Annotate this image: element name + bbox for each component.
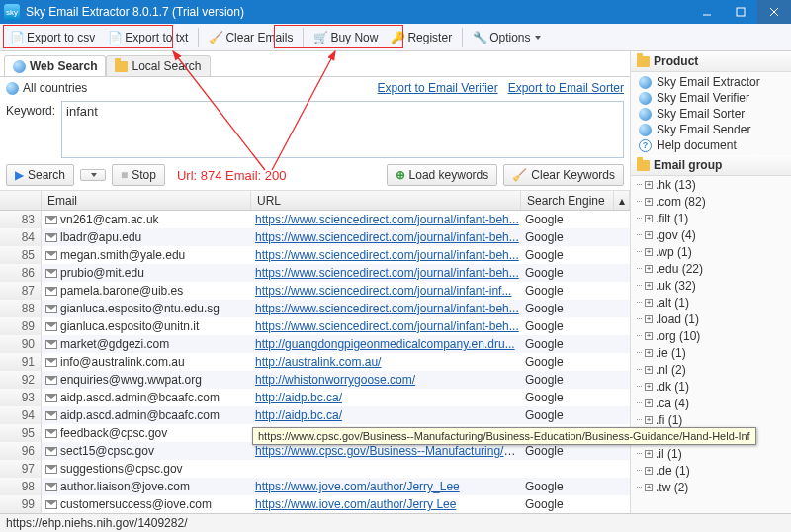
tab-local-search[interactable]: Local Search xyxy=(106,55,210,76)
table-row[interactable]: 86prubio@mit.eduhttps://www.sciencedirec… xyxy=(0,264,630,282)
buy-now-button[interactable]: 🛒Buy Now xyxy=(308,28,384,47)
expand-icon[interactable]: + xyxy=(645,215,653,222)
cell-engine: Google xyxy=(521,355,614,369)
cell-url: https://www.sciencedirect.com/journal/in… xyxy=(251,230,521,244)
tree-item[interactable]: +.hk (13) xyxy=(631,176,791,193)
envelope-icon xyxy=(45,376,57,385)
table-row[interactable]: 91info@australink.com.auhttp://australin… xyxy=(0,353,630,371)
col-email[interactable]: Email xyxy=(42,191,251,210)
expand-icon[interactable]: + xyxy=(645,231,653,239)
table-row[interactable]: 83vn261@cam.ac.ukhttps://www.sciencedire… xyxy=(0,211,630,228)
expand-icon[interactable]: + xyxy=(645,450,653,458)
expand-icon[interactable]: + xyxy=(645,198,653,206)
table-row[interactable]: 89gianluca.esposito@unitn.ithttps://www.… xyxy=(0,317,630,335)
globe-icon xyxy=(13,60,26,73)
table-row[interactable]: 90market@gdgezi.comhttp://guangdongpigeo… xyxy=(0,335,630,353)
expand-icon[interactable]: + xyxy=(645,366,653,374)
expand-icon[interactable]: + xyxy=(645,416,653,424)
expand-icon[interactable]: + xyxy=(645,282,653,290)
product-item[interactable]: ?Help document xyxy=(631,137,791,153)
tree-item[interactable]: +.filt (1) xyxy=(631,210,791,226)
minimize-button[interactable] xyxy=(690,0,724,24)
cell-email: sect15@cpsc.gov xyxy=(42,444,251,458)
load-keywords-button[interactable]: ⊕Load keywords xyxy=(387,164,498,186)
export-csv-button[interactable]: 📄Export to csv xyxy=(4,28,101,47)
col-engine[interactable]: Search Engine xyxy=(521,191,614,210)
cell-email: market@gdgezi.com xyxy=(42,337,251,351)
clear-keywords-button[interactable]: 🧹Clear Keywords xyxy=(503,164,624,186)
maximize-button[interactable] xyxy=(724,0,757,24)
table-row[interactable]: 94aidp.ascd.admin@bcaafc.comhttp://aidp.… xyxy=(0,406,630,424)
table-row[interactable]: 98author.liaison@jove.comhttps://www.jov… xyxy=(0,478,630,495)
export-txt-button[interactable]: 📄Export to txt xyxy=(102,28,194,47)
export-verifier-link[interactable]: Export to Email Verifier xyxy=(378,81,498,95)
expand-icon[interactable]: + xyxy=(645,467,653,475)
envelope-icon xyxy=(45,216,57,224)
register-button[interactable]: 🔑Register xyxy=(385,28,458,47)
separator xyxy=(303,28,304,47)
tree-item[interactable]: +.il (1) xyxy=(631,445,791,462)
globe-icon xyxy=(639,124,652,136)
options-button[interactable]: 🔧Options xyxy=(467,28,547,47)
expand-icon[interactable]: + xyxy=(645,349,653,357)
tree-item[interactable]: +.org (10) xyxy=(631,327,791,344)
search-tabs: Web Search Local Search xyxy=(0,51,630,77)
table-row[interactable]: 87pamela.barone@uib.eshttps://www.scienc… xyxy=(0,282,630,300)
tree-item[interactable]: +.dk (1) xyxy=(631,378,791,395)
tree-item[interactable]: +.de (1) xyxy=(631,462,791,479)
table-row[interactable]: 99customersuccess@iove.comhttps://www.io… xyxy=(0,495,630,513)
tree-item[interactable]: +.wp (1) xyxy=(631,243,791,260)
product-item[interactable]: Sky Email Verifier xyxy=(631,90,791,106)
country-filter[interactable]: All countries xyxy=(23,81,87,95)
expand-icon[interactable]: + xyxy=(645,332,653,340)
envelope-icon xyxy=(45,233,57,242)
expand-icon[interactable]: + xyxy=(645,299,653,307)
col-rownum[interactable] xyxy=(0,191,42,210)
table-row[interactable]: 84lbadr@apu.eduhttps://www.sciencedirect… xyxy=(0,228,630,246)
tree-item[interactable]: +.ie (1) xyxy=(631,344,791,361)
table-row[interactable]: 93aidp.ascd.admin@bcaafc.comhttp://aidp.… xyxy=(0,389,630,406)
search-button[interactable]: ▶Search xyxy=(6,164,74,186)
col-url[interactable]: URL xyxy=(251,191,521,210)
row-number: 90 xyxy=(0,335,42,353)
tree-item[interactable]: +.fi (1) xyxy=(631,411,791,428)
tree-item[interactable]: +.edu (22) xyxy=(631,260,791,277)
keyword-textarea[interactable] xyxy=(61,101,624,158)
tree-item[interactable]: +.com (82) xyxy=(631,193,791,210)
table-row[interactable]: 85megan.smith@yale.eduhttps://www.scienc… xyxy=(0,246,630,264)
tree-item[interactable]: +.load (1) xyxy=(631,310,791,327)
tab-web-search[interactable]: Web Search xyxy=(4,55,106,76)
expand-icon[interactable]: + xyxy=(645,265,653,273)
cell-email: prubio@mit.edu xyxy=(42,266,251,280)
tree-item[interactable]: +.gov (4) xyxy=(631,226,791,243)
tree-item[interactable]: +.nl (2) xyxy=(631,361,791,378)
row-number: 92 xyxy=(0,371,42,389)
envelope-icon xyxy=(45,465,57,474)
cell-email: gianluca.esposito@unitn.it xyxy=(42,319,251,333)
product-item[interactable]: Sky Email Sender xyxy=(631,122,791,137)
tree-item[interactable]: +.uk (32) xyxy=(631,277,791,294)
expand-icon[interactable]: + xyxy=(645,315,653,323)
export-sorter-link[interactable]: Export to Email Sorter xyxy=(508,81,624,95)
tree-item[interactable]: +.tw (2) xyxy=(631,479,791,495)
table-row[interactable]: 92enquiries@wwg.wwpat.orghttp://whistonw… xyxy=(0,371,630,389)
row-number: 85 xyxy=(0,246,42,264)
close-button[interactable] xyxy=(757,0,791,24)
expand-icon[interactable]: + xyxy=(645,181,653,189)
table-row[interactable]: 97suggestions@cpsc.gov xyxy=(0,460,630,478)
expand-icon[interactable]: + xyxy=(645,383,653,391)
cell-email: gianluca.esposito@ntu.edu.sg xyxy=(42,302,251,315)
scroll-up-button[interactable]: ▴ xyxy=(614,191,630,210)
product-item[interactable]: Sky Email Sorter xyxy=(631,106,791,122)
table-row[interactable]: 88gianluca.esposito@ntu.edu.sghttps://ww… xyxy=(0,300,630,317)
expand-icon[interactable]: + xyxy=(645,484,653,491)
tree-item[interactable]: +.ca (4) xyxy=(631,395,791,411)
expand-icon[interactable]: + xyxy=(645,248,653,256)
product-item[interactable]: Sky Email Extractor xyxy=(631,74,791,90)
keyword-input[interactable] xyxy=(66,104,619,119)
expand-icon[interactable]: + xyxy=(645,399,653,407)
search-dropdown-button[interactable] xyxy=(80,169,106,181)
tree-item[interactable]: +.alt (1) xyxy=(631,294,791,310)
stop-button[interactable]: ■Stop xyxy=(112,164,165,186)
clear-emails-button[interactable]: 🧹Clear Emails xyxy=(203,28,299,47)
